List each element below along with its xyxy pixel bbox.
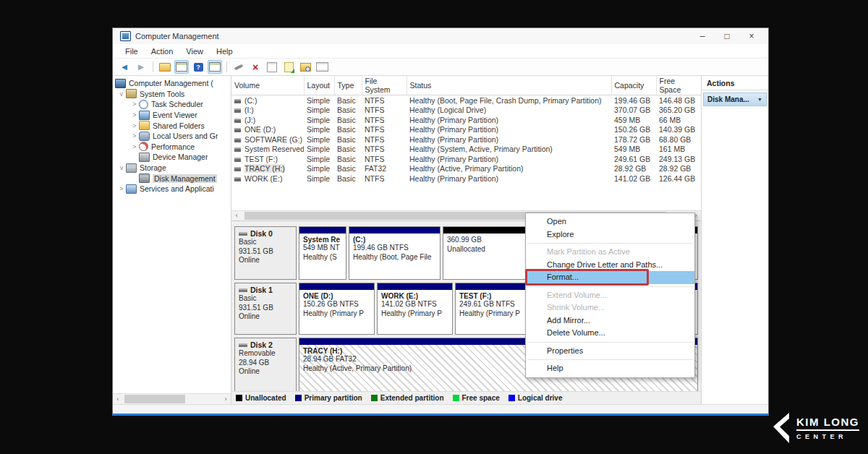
chevron-down-icon: ▼ [757,97,762,102]
expander-icon[interactable]: v [117,90,126,98]
brand-line2: CENTER [796,433,859,440]
toolbar: ◄ ► ? × [113,59,768,76]
partition-work-e[interactable]: WORK (E:)141.02 GB NTFSHealthy (Primary … [377,283,453,335]
scroll-left-icon[interactable]: ‹ [113,395,123,404]
actions-pane: Actions Disk Mana... ▼ [702,76,768,404]
tool-button[interactable] [231,60,246,74]
column-type[interactable]: Type [334,76,362,95]
partition-c-drive[interactable]: (C:)199.46 GB NTFSHealthy (Boot, Page Fi… [349,226,441,280]
menu-item-properties[interactable]: Properties [526,345,694,358]
disk0-label[interactable]: Disk 0 Basic 931.51 GB Online [234,226,297,280]
help-button[interactable]: ? [191,60,205,74]
table-row[interactable]: (J:)SimpleBasicNTFSHealthy (Primary Part… [231,115,701,125]
kim-long-center-logo: KIM LONG CENTER [769,412,859,444]
tree-item-local-users[interactable]: >Local Users and Gr [113,131,231,142]
tree-item-system-tools[interactable]: vSystem Tools [113,89,231,100]
menu-item-format[interactable]: Format... [526,271,694,284]
table-row[interactable]: TRACY (H:)SimpleBasicFAT32Healthy (Activ… [231,164,701,174]
column-file-system[interactable]: File System [362,76,407,95]
table-row[interactable]: System ReservedSimpleBasicNTFSHealthy (S… [231,145,701,155]
disk2-label[interactable]: Disk 2 Removable 28.94 GB Online [234,338,297,394]
legend-item: Free space [453,394,500,402]
maximize-button[interactable]: □ [715,29,739,43]
forward-button[interactable]: ► [134,60,148,74]
menu-item-add-mirror[interactable]: Add Mirror... [526,314,694,327]
red-annotation-box [525,269,649,286]
rescan-button[interactable] [298,60,312,74]
check-dialog-button[interactable] [265,60,279,74]
scrollbar-thumb[interactable] [124,395,185,403]
tree-item-computer-management[interactable]: Computer Management ( [113,78,231,89]
menu-item-change-drive-letter[interactable]: Change Drive Letter and Paths... [526,259,694,272]
menu-item-help[interactable]: Help [526,362,694,375]
expander-icon[interactable]: > [130,122,139,129]
show-console-tree-button[interactable] [174,60,189,74]
table-row[interactable]: WORK (E:)SimpleBasicNTFSHealthy (Primary… [231,174,701,184]
back-button[interactable]: ◄ [117,60,132,74]
partition-system-reserved[interactable]: System Re549 MB NTHealthy (S [299,226,346,280]
show-action-pane-button[interactable] [208,60,222,74]
menu-view[interactable]: View [179,47,210,56]
expander-icon[interactable]: > [130,132,139,140]
table-row[interactable]: (I:)SimpleBasicNTFSHealthy (Logical Driv… [231,106,701,116]
tree-horizontal-scrollbar[interactable]: ‹ › [113,393,231,404]
expander-icon[interactable]: > [130,143,139,150]
tree-item-services[interactable]: >Services and Applicati [113,184,231,194]
menu-help[interactable]: Help [210,47,239,56]
legend-swatch-logical [509,395,515,401]
tree-item-shared-folders[interactable]: >Shared Folders [113,120,231,131]
actions-header: Actions [702,76,768,90]
expander-icon[interactable]: > [117,185,126,192]
volume-icon [234,128,241,132]
window-title: Computer Management [135,32,219,40]
scroll-right-icon[interactable]: › [221,395,231,404]
expander-icon[interactable]: v [117,164,126,171]
partition-one-d[interactable]: ONE (D:)150.26 GB NTFSHealthy (Primary P [299,283,375,335]
services-icon [126,184,137,194]
properties-list-button[interactable] [315,60,329,74]
menu-separator [527,243,693,244]
tree-item-performance[interactable]: >Performance [113,142,231,153]
column-volume[interactable]: Volume [231,76,304,95]
new-volume-button[interactable] [281,60,296,74]
table-row[interactable]: TEST (F:)SimpleBasicNTFSHealthy (Primary… [231,154,701,164]
legend-swatch-primary [295,395,302,401]
new-note-icon [284,62,294,72]
minimize-button[interactable]: – [690,29,715,43]
table-row[interactable]: ONE (D:)SimpleBasicNTFSHealthy (Primary … [231,125,701,135]
menu-item-open[interactable]: Open [526,215,694,228]
disk-management-actions-item[interactable]: Disk Mana... ▼ [703,93,767,106]
folder-search-icon [300,63,311,72]
table-row[interactable]: (C:)SimpleBasicNTFSHealthy (Boot, Page F… [231,95,701,106]
export-list-button[interactable] [158,60,172,74]
close-button[interactable]: × [739,29,764,43]
menu-item-delete-volume[interactable]: Delete Volume... [526,327,694,340]
column-capacity[interactable]: Capacity [611,76,656,95]
primary-partition-strip [349,227,440,234]
tree-item-task-scheduler[interactable]: >Task Scheduler [113,99,231,110]
expander-icon[interactable]: > [130,111,139,119]
chevron-logo-icon [769,412,791,444]
tree-item-disk-management[interactable]: Disk Management [113,173,231,184]
column-status[interactable]: Status [407,76,611,95]
scroll-left-icon[interactable]: ‹ [231,211,242,220]
event-viewer-icon [139,111,150,120]
column-layout[interactable]: Layout [304,76,334,95]
disk-icon [239,343,247,347]
delete-button[interactable]: × [248,60,263,74]
tree-item-storage[interactable]: vStorage [113,163,231,174]
tree-item-event-viewer[interactable]: >Event Viewer [113,110,231,121]
expander-icon[interactable]: > [130,100,139,108]
console-window2-icon [209,62,221,72]
storage-icon [126,163,137,173]
menu-item-explore[interactable]: Explore [526,228,694,241]
menu-action[interactable]: Action [145,47,180,56]
system-tools-icon [126,89,137,98]
disk1-label[interactable]: Disk 1 Basic 931.51 GB Online [234,283,297,335]
table-row[interactable]: SOFTWARE (G:)SimpleBasicNTFSHealthy (Pri… [231,134,701,145]
tree-item-device-manager[interactable]: Device Manager [113,152,231,163]
console-tree-panel: Computer Management ( vSystem Tools >Tas… [113,76,231,404]
brand-line1: KIM LONG [796,416,859,431]
menu-file[interactable]: File [119,47,145,56]
column-free-space[interactable]: Free Space [656,76,701,95]
